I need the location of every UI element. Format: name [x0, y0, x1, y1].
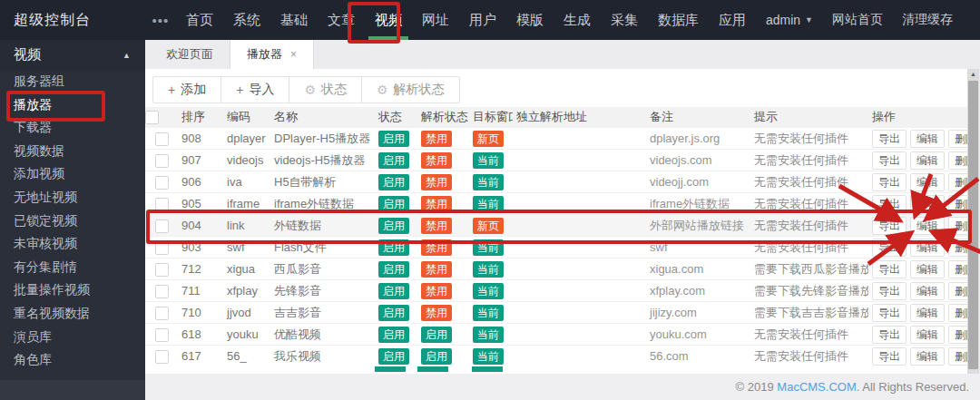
- action-删除-button[interactable]: 删除: [948, 260, 967, 278]
- close-icon[interactable]: ×: [290, 48, 297, 61]
- target-badge[interactable]: 新页: [473, 131, 504, 147]
- row-checkbox[interactable]: [155, 285, 169, 298]
- nav-item-系统[interactable]: 系统: [227, 0, 267, 40]
- row-checkbox[interactable]: [155, 328, 169, 342]
- parse-badge[interactable]: 禁用: [421, 218, 452, 234]
- nav-item-模版[interactable]: 模版: [510, 0, 550, 40]
- status-badge[interactable]: 启用: [378, 348, 409, 365]
- action-导出-button[interactable]: 导出: [872, 151, 906, 170]
- action-导出-button[interactable]: 导出: [872, 326, 906, 344]
- action-删除-button[interactable]: 删除: [948, 217, 967, 235]
- tab-播放器[interactable]: 播放器×: [230, 40, 314, 69]
- sidebar-item-演员库[interactable]: 演员库: [0, 326, 145, 349]
- toolbar-button-添加[interactable]: +添加: [152, 76, 221, 103]
- status-badge[interactable]: 启用: [378, 131, 409, 147]
- sidebar-item-有分集剧情[interactable]: 有分集剧情: [0, 256, 145, 279]
- nav-item-网址[interactable]: 网址: [416, 0, 456, 40]
- parse-badge[interactable]: 禁用: [421, 283, 452, 299]
- status-badge[interactable]: 启用: [378, 218, 409, 234]
- action-导出-button[interactable]: 导出: [872, 217, 906, 235]
- row-checkbox[interactable]: [155, 154, 169, 168]
- sidebar-item-批量操作视频[interactable]: 批量操作视频: [0, 278, 145, 302]
- action-删除-button[interactable]: 删除: [948, 326, 967, 344]
- row-checkbox[interactable]: [155, 307, 169, 320]
- action-编辑-button[interactable]: 编辑: [910, 304, 945, 322]
- parse-badge[interactable]: 禁用: [421, 239, 452, 256]
- maccms-link[interactable]: MacCMS.COM: [777, 380, 856, 394]
- row-checkbox[interactable]: [155, 176, 169, 190]
- action-删除-button[interactable]: 删除: [948, 239, 967, 257]
- sidebar-item-角色库[interactable]: 角色库: [0, 348, 145, 372]
- target-badge[interactable]: 当前: [473, 283, 504, 299]
- nav-item-视频[interactable]: 视频: [368, 0, 408, 40]
- action-编辑-button[interactable]: 编辑: [910, 260, 945, 278]
- status-badge[interactable]: 启用: [378, 174, 409, 190]
- target-badge[interactable]: 当前: [473, 174, 504, 190]
- action-删除-button[interactable]: 删除: [948, 151, 967, 170]
- parse-badge[interactable]: 禁用: [421, 196, 452, 212]
- parse-badge[interactable]: 禁用: [421, 261, 452, 278]
- action-删除-button[interactable]: 删除: [948, 347, 967, 366]
- action-导出-button[interactable]: 导出: [872, 130, 906, 148]
- scroll-up-icon[interactable]: ▲: [967, 71, 979, 77]
- nav-item-生成[interactable]: 生成: [557, 0, 597, 40]
- sidebar-item-无地址视频[interactable]: 无地址视频: [0, 186, 145, 210]
- parse-badge[interactable]: 启用: [421, 327, 452, 343]
- row-checkbox[interactable]: [155, 220, 169, 233]
- action-导出-button[interactable]: 导出: [872, 173, 906, 191]
- parse-badge[interactable]: 禁用: [421, 131, 452, 147]
- target-badge[interactable]: 新页: [473, 218, 504, 234]
- nav-item-文章[interactable]: 文章: [321, 0, 361, 40]
- sidebar-item-重名视频数据[interactable]: 重名视频数据: [0, 302, 145, 326]
- row-checkbox[interactable]: [155, 350, 169, 364]
- nav-item-采集[interactable]: 采集: [604, 0, 644, 40]
- sidebar-item-视频数据[interactable]: 视频数据: [0, 140, 145, 163]
- select-all-checkbox[interactable]: [145, 111, 159, 124]
- parse-badge[interactable]: 禁用: [421, 305, 452, 321]
- target-badge[interactable]: 当前: [473, 305, 504, 321]
- action-导出-button[interactable]: 导出: [872, 260, 906, 278]
- action-编辑-button[interactable]: 编辑: [910, 151, 945, 170]
- status-badge[interactable]: 启用: [378, 239, 409, 256]
- sidebar-item-服务器组[interactable]: 服务器组: [0, 70, 145, 93]
- tab-欢迎页面[interactable]: 欢迎页面: [150, 40, 230, 69]
- parse-badge[interactable]: 禁用: [421, 174, 452, 190]
- action-导出-button[interactable]: 导出: [872, 195, 906, 213]
- vertical-scrollbar[interactable]: ▲: [967, 69, 979, 374]
- action-导出-button[interactable]: 导出: [872, 239, 906, 257]
- action-编辑-button[interactable]: 编辑: [910, 173, 945, 191]
- toolbar-button-状态[interactable]: ⚙状态: [289, 76, 362, 103]
- sidebar-section-video[interactable]: 视频 ▲: [0, 40, 145, 70]
- row-checkbox[interactable]: [155, 132, 169, 146]
- sidebar-item-未审核视频[interactable]: 未审核视频: [0, 232, 145, 256]
- target-badge[interactable]: 当前: [473, 152, 504, 169]
- status-badge[interactable]: 启用: [378, 283, 409, 299]
- row-checkbox[interactable]: [155, 263, 169, 277]
- nav-item-应用[interactable]: 应用: [712, 0, 752, 40]
- status-badge[interactable]: 启用: [378, 152, 409, 169]
- target-badge[interactable]: 当前: [473, 327, 504, 343]
- toolbar-button-解析状态[interactable]: ⚙解析状态: [361, 76, 460, 103]
- action-编辑-button[interactable]: 编辑: [910, 282, 945, 300]
- action-编辑-button[interactable]: 编辑: [910, 347, 945, 366]
- action-编辑-button[interactable]: 编辑: [910, 195, 945, 213]
- sidebar-item-已锁定视频[interactable]: 已锁定视频: [0, 210, 145, 233]
- sidebar-item-下载器[interactable]: 下载器: [0, 116, 145, 140]
- sidebar-item-添加视频[interactable]: 添加视频: [0, 162, 145, 186]
- toolbar-button-导入[interactable]: +导入: [220, 76, 289, 103]
- target-badge[interactable]: 当前: [473, 261, 504, 278]
- action-编辑-button[interactable]: 编辑: [910, 239, 945, 257]
- action-删除-button[interactable]: 删除: [948, 304, 967, 322]
- sidebar-item-播放器[interactable]: 播放器: [0, 93, 145, 117]
- action-编辑-button[interactable]: 编辑: [910, 217, 945, 235]
- target-badge[interactable]: 当前: [473, 239, 504, 256]
- target-badge[interactable]: 当前: [473, 348, 504, 365]
- user-menu[interactable]: admin ▼: [766, 13, 813, 27]
- more-menu-icon[interactable]: •••: [145, 13, 176, 28]
- status-badge[interactable]: 启用: [378, 261, 409, 278]
- clear-cache-link[interactable]: 清理缓存: [902, 12, 953, 28]
- action-导出-button[interactable]: 导出: [872, 347, 906, 366]
- action-删除-button[interactable]: 删除: [948, 195, 967, 213]
- action-导出-button[interactable]: 导出: [872, 304, 906, 322]
- scrollbar-thumb[interactable]: [968, 81, 978, 369]
